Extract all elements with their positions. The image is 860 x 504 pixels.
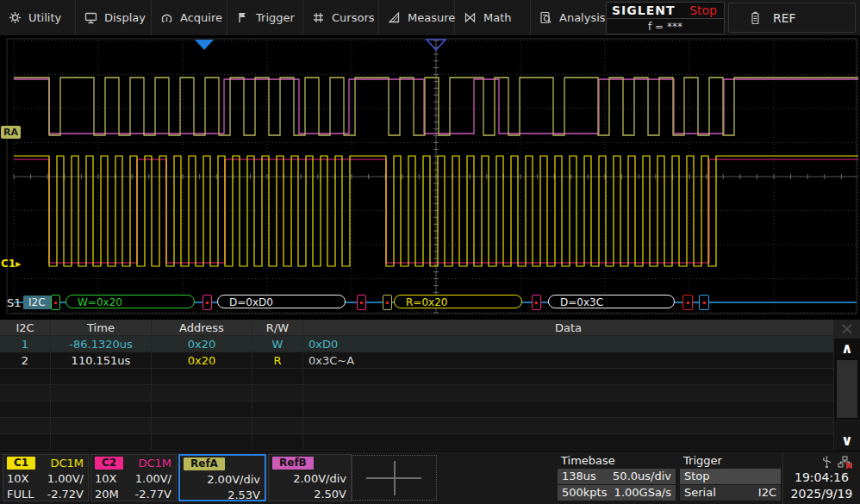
decode-bus-layer: W=0x20D=0xD0R=0x20D=0x3C (0, 36, 860, 320)
c1-probe: 10X (7, 472, 28, 485)
table-row (0, 401, 860, 418)
c1-position-label[interactable]: C1▸ (1, 258, 21, 270)
menu-measure[interactable]: Measure (379, 0, 455, 35)
decode-table-rows: 1-86.1320us0x20W0xD02110.151us0x20R0x3C~… (0, 336, 860, 451)
table-cell: -86.1320us (51, 336, 152, 352)
trigger-title: Trigger (680, 454, 781, 468)
serial-decode-label: S1 (7, 296, 22, 309)
siglent-logo: SIGLENT (612, 3, 676, 17)
c1-scale: 1.00V/ (47, 472, 84, 485)
decode-box: D=0xD0 (217, 295, 346, 308)
decode-mark (383, 295, 392, 310)
trigger-mode: Serial (684, 485, 716, 501)
decode-mark (357, 295, 366, 310)
header-address: Address (152, 320, 252, 336)
scrollbar-track[interactable] (834, 358, 860, 420)
menu-analysis[interactable]: Analysis (531, 0, 607, 35)
trigger-panel[interactable]: Trigger Stop SerialI2C (680, 454, 781, 501)
decode-mark (51, 295, 60, 310)
close-icon[interactable]: × (834, 320, 860, 339)
cursors-icon (312, 11, 325, 24)
menu-math[interactable]: Math (455, 0, 531, 35)
refb-offset: 2.50V (314, 488, 346, 501)
decode-box: D=0x3C (548, 295, 675, 308)
decode-box: W=0x20 (65, 295, 195, 308)
refa-offset: 2.53V (227, 488, 260, 501)
acquire-icon (160, 11, 173, 24)
measure-icon (388, 11, 401, 24)
analysis-icon (539, 11, 552, 24)
menu-utility[interactable]: Utility (0, 0, 76, 35)
status-bar: C1DC1M 10X1.00V/ FULL-2.72V C2DC1M 10X1.… (0, 451, 860, 504)
header-time: Time (51, 320, 152, 336)
table-cell: R (252, 352, 303, 369)
table-row (0, 369, 860, 385)
trigger-status: Stop (684, 469, 710, 484)
menu-measure-label: Measure (408, 11, 455, 24)
refb-badge: RefB (272, 457, 314, 470)
menu-acquire-label: Acquire (180, 11, 222, 24)
table-cell: 0xD0 (303, 336, 834, 352)
gear-icon (9, 11, 22, 24)
clock-panel: 19:04:16 2025/9/19 (782, 451, 860, 504)
scroll-up-icon[interactable]: ∧ (834, 339, 860, 358)
ref-label: REF (773, 11, 796, 25)
menu-analysis-label: Analysis (559, 11, 606, 24)
table-scrollbar: × ∧ ∨ (834, 320, 860, 451)
lan-error-icon (838, 456, 852, 469)
c1-offset: -2.72V (47, 488, 84, 501)
timebase-panel[interactable]: Timebase 138us50.0us/div 500kpts1.00GSa/… (558, 454, 676, 501)
usb-icon (822, 456, 832, 469)
scroll-down-icon[interactable]: ∨ (834, 432, 860, 451)
decode-mark (203, 295, 212, 310)
table-row[interactable]: 1-86.1320us0x20W0xD0 (0, 336, 860, 352)
c2-scale: 1.00V/ (135, 472, 171, 485)
c2-probe: 10X (95, 472, 116, 485)
c2-bandwidth: 20M (95, 488, 119, 501)
scrollbar-thumb[interactable] (837, 360, 857, 418)
decode-table-header: I2C Time Address R/W Data (0, 320, 860, 336)
table-cell: 0x20 (152, 336, 252, 352)
oscilloscope-screen: Utility Display Acquire Trigger Cursors … (0, 0, 860, 504)
menu-trigger[interactable]: Trigger (227, 0, 303, 35)
menu-math-label: Math (483, 11, 512, 24)
menu-bar: Utility Display Acquire Trigger Cursors … (0, 0, 860, 36)
table-row (0, 418, 860, 434)
refa-badge: RefA (184, 457, 225, 470)
date-display: 2025/9/19 (783, 486, 860, 502)
header-i2c: I2C (0, 320, 51, 336)
table-cell: 0x20 (152, 352, 252, 369)
decode-mark (532, 295, 541, 310)
c2-coupling: DC1M (138, 457, 171, 470)
c1-bandwidth: FULL (7, 488, 34, 501)
waveform-display: W=0x20D=0xD0R=0x20D=0x3C RA C1▸ S1 I2C (0, 36, 860, 320)
menu-acquire[interactable]: Acquire (152, 0, 227, 35)
add-channel-button[interactable] (352, 455, 437, 501)
decode-table: I2C Time Address R/W Data 1-86.1320us0x2… (0, 320, 860, 451)
c1-coupling: DC1M (50, 457, 84, 470)
math-icon (464, 11, 477, 24)
c2-badge: C2 (95, 457, 123, 470)
menu-cursors-label: Cursors (332, 11, 375, 24)
ref-button[interactable]: REF (728, 3, 856, 33)
channel-box-c1[interactable]: C1DC1M 10X1.00V/ FULL-2.72V (3, 454, 89, 501)
header-data: Data (303, 320, 834, 336)
menu-utility-label: Utility (28, 11, 61, 24)
time-display: 19:04:16 (783, 470, 860, 486)
menu-cursors[interactable]: Cursors (303, 0, 379, 35)
decode-box: R=0x20 (394, 295, 522, 308)
timebase-depth: 500kpts (562, 485, 607, 501)
menu-display[interactable]: Display (76, 0, 152, 35)
refa-scale: 2.00V/div (207, 473, 260, 486)
run-state-indicator: Stop (689, 3, 717, 17)
trigger-bus-type: I2C (758, 485, 776, 501)
table-row (0, 434, 860, 451)
c2-offset: -2.77V (134, 488, 171, 501)
refa-position-label[interactable]: RA (1, 126, 21, 139)
channel-box-refa[interactable]: RefA 2.00V/div 2.53V (178, 454, 266, 501)
i2c-bus-badge[interactable]: I2C (23, 296, 51, 309)
table-row[interactable]: 2110.151us0x20R0x3C~A (0, 352, 860, 369)
channel-box-refb[interactable]: RefB 2.00V/div 2.50V (268, 454, 352, 501)
timebase-rate: 1.00GSa/s (614, 485, 671, 501)
channel-box-c2[interactable]: C2DC1M 10X1.00V/ 20M-2.77V (90, 454, 177, 501)
